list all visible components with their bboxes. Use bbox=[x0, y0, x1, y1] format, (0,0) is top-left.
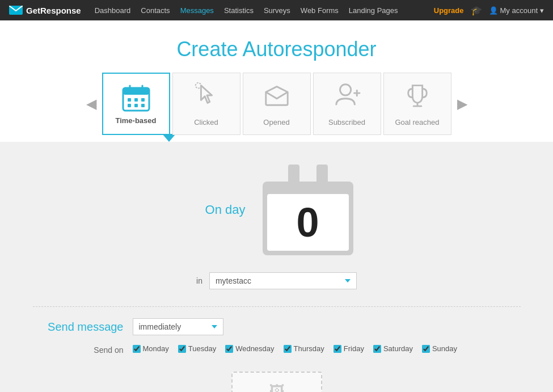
cursor-icon bbox=[193, 81, 220, 113]
day-saturday[interactable]: Saturday bbox=[373, 344, 413, 353]
trigger-goal-reached[interactable]: Goal reached bbox=[383, 73, 451, 135]
day-friday-label: Friday bbox=[344, 344, 364, 353]
person-add-icon bbox=[334, 81, 361, 113]
svg-point-12 bbox=[340, 85, 351, 95]
checkbox-saturday[interactable] bbox=[373, 345, 381, 353]
image-placeholder-icon: 🖼 bbox=[269, 382, 285, 393]
send-message-label: Send message bbox=[33, 321, 124, 334]
svg-rect-10 bbox=[141, 104, 145, 107]
top-navigation: GetResponse Dashboard Contacts Messages … bbox=[0, 0, 553, 20]
day-thursday-label: Thursday bbox=[294, 344, 324, 353]
page-content: Create Autoresponder ◀ Time bbox=[0, 20, 553, 392]
trigger-opened[interactable]: Opened bbox=[243, 73, 311, 135]
upgrade-button[interactable]: Upgrade bbox=[434, 6, 464, 15]
day-wednesday[interactable]: Wednesday bbox=[225, 344, 274, 353]
account-label: My account bbox=[500, 6, 538, 15]
nav-surveys[interactable]: Surveys bbox=[264, 6, 290, 15]
trigger-goal-reached-label: Goal reached bbox=[395, 118, 439, 127]
on-day-label: On day bbox=[200, 203, 246, 217]
trigger-subscribed[interactable]: Subscribed bbox=[313, 73, 381, 135]
trophy-icon bbox=[404, 81, 431, 113]
message-card-area: 🖼 bbox=[231, 372, 322, 392]
page-title: Create Autoresponder bbox=[0, 37, 553, 61]
in-row: in mytestacc bbox=[196, 272, 357, 289]
graduation-cap-icon: 🎓 bbox=[471, 5, 482, 16]
nav-links: Dashboard Contacts Messages Statistics S… bbox=[95, 6, 398, 15]
nav-contacts[interactable]: Contacts bbox=[141, 6, 170, 15]
logo-icon bbox=[9, 6, 23, 15]
checkbox-tuesday[interactable] bbox=[178, 345, 186, 353]
day-monday-label: Monday bbox=[143, 344, 169, 353]
send-on-label: Send on bbox=[33, 344, 124, 355]
days-grid: Monday Tuesday Wednesday Thursday bbox=[133, 344, 458, 353]
page-title-area: Create Autoresponder bbox=[0, 20, 553, 73]
svg-rect-2 bbox=[123, 88, 149, 95]
send-message-select[interactable]: immediately at specific time bbox=[133, 318, 223, 335]
message-placeholder-card[interactable]: 🖼 bbox=[231, 372, 322, 392]
nav-right: Upgrade 🎓 👤 My account ▾ bbox=[434, 5, 544, 16]
trigger-opened-label: Opened bbox=[263, 118, 289, 127]
active-indicator bbox=[0, 134, 553, 142]
checkbox-friday[interactable] bbox=[334, 345, 341, 353]
send-message-area: Send message immediately at specific tim… bbox=[33, 318, 521, 366]
trigger-clicked[interactable]: Clicked bbox=[172, 73, 240, 135]
checkbox-monday[interactable] bbox=[133, 345, 141, 353]
triggers-row: ◀ Time-based bbox=[0, 73, 553, 135]
calendar-day-number-container: 0 bbox=[267, 194, 349, 251]
triggers-prev-arrow[interactable]: ◀ bbox=[82, 96, 101, 112]
trigger-clicked-label: Clicked bbox=[194, 118, 218, 127]
trigger-subscribed-label: Subscribed bbox=[328, 118, 365, 127]
chevron-down-icon: ▾ bbox=[540, 6, 544, 15]
checkbox-thursday[interactable] bbox=[284, 345, 292, 353]
logo: GetResponse bbox=[9, 6, 81, 15]
svg-rect-6 bbox=[134, 98, 138, 102]
send-on-row: Send on Monday Tuesday Wednesday bbox=[33, 344, 521, 355]
nav-statistics[interactable]: Statistics bbox=[224, 6, 254, 15]
nav-landingpages[interactable]: Landing Pages bbox=[349, 6, 398, 15]
day-sunday[interactable]: Sunday bbox=[422, 344, 457, 353]
envelope-open-icon bbox=[263, 81, 290, 113]
section-divider bbox=[33, 306, 521, 307]
account-select[interactable]: mytestacc bbox=[209, 272, 357, 289]
triggers-next-arrow[interactable]: ▶ bbox=[453, 96, 472, 112]
svg-rect-9 bbox=[134, 104, 138, 107]
day-monday[interactable]: Monday bbox=[133, 344, 169, 353]
calendar-day-number: 0 bbox=[296, 202, 319, 243]
svg-rect-8 bbox=[128, 104, 131, 107]
trigger-time-based[interactable]: Time-based bbox=[102, 73, 170, 135]
day-sunday-label: Sunday bbox=[432, 344, 457, 353]
day-tuesday[interactable]: Tuesday bbox=[178, 344, 216, 353]
svg-rect-7 bbox=[141, 98, 145, 102]
calendar-icon bbox=[122, 83, 150, 112]
day-friday[interactable]: Friday bbox=[334, 344, 364, 353]
form-area: On day 0 in mytestacc bbox=[0, 142, 553, 392]
calendar-day-display: 0 bbox=[263, 165, 353, 255]
account-button[interactable]: 👤 My account ▾ bbox=[489, 6, 544, 15]
nav-left: GetResponse Dashboard Contacts Messages … bbox=[9, 6, 398, 15]
nav-webforms[interactable]: Web Forms bbox=[301, 6, 339, 15]
svg-point-11 bbox=[195, 83, 201, 88]
in-label: in bbox=[196, 276, 202, 285]
user-icon: 👤 bbox=[489, 6, 498, 15]
svg-rect-5 bbox=[128, 98, 131, 102]
trigger-time-based-label: Time-based bbox=[115, 116, 156, 125]
nav-dashboard[interactable]: Dashboard bbox=[95, 6, 131, 15]
send-message-row: Send message immediately at specific tim… bbox=[33, 318, 521, 335]
day-saturday-label: Saturday bbox=[383, 344, 413, 353]
nav-messages[interactable]: Messages bbox=[180, 6, 214, 15]
day-tuesday-label: Tuesday bbox=[188, 344, 216, 353]
day-wednesday-label: Wednesday bbox=[235, 344, 274, 353]
calendar-day-body: 0 bbox=[263, 182, 353, 255]
checkbox-wednesday[interactable] bbox=[225, 345, 233, 353]
checkbox-sunday[interactable] bbox=[422, 345, 430, 353]
day-thursday[interactable]: Thursday bbox=[284, 344, 324, 353]
logo-text: GetResponse bbox=[26, 6, 81, 15]
on-day-row: On day 0 bbox=[200, 165, 353, 255]
